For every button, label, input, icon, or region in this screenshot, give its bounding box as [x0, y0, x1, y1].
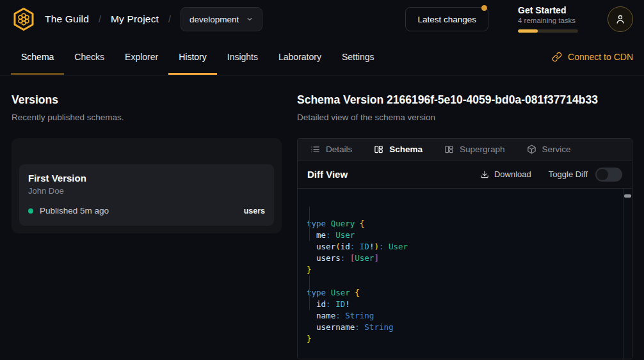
version-name: First Version: [28, 173, 265, 184]
detail-tab-label: Supergraph: [460, 145, 505, 154]
schema-version-section: Schema Version 2166196f-5e10-4059-bd0a-0…: [297, 93, 632, 359]
nav-tab-label: Laboratory: [278, 52, 321, 62]
versions-title: Versions: [12, 93, 282, 107]
diff-view-header: Diff View Download Toggle Diff: [298, 160, 632, 189]
code-line: type Query {: [307, 218, 616, 230]
nav-tab-schema[interactable]: Schema: [11, 38, 64, 75]
header-actions: Latest changes Get Started 4 remaining t…: [405, 6, 633, 33]
person-icon: [615, 13, 626, 25]
schema-version-title: Schema Version 2166196f-5e10-4059-bd0a-0…: [297, 93, 632, 107]
latest-changes-label: Latest changes: [417, 15, 476, 24]
primary-nav: SchemaChecksExplorerHistoryInsightsLabor…: [0, 38, 644, 75]
versions-section: Versions Recently published schemas. Fir…: [12, 93, 282, 359]
org-name[interactable]: The Guild: [45, 13, 89, 25]
nav-tab-label: Checks: [74, 52, 104, 62]
detail-tab-service[interactable]: Service: [527, 145, 571, 154]
get-started-widget[interactable]: Get Started 4 remaining tasks: [518, 6, 578, 33]
versions-card: First VersionJohn DoePublished 5m agouse…: [12, 138, 282, 233]
cube-icon: [527, 145, 536, 154]
code-line: username: String: [307, 322, 616, 333]
get-started-progress-track: [518, 29, 578, 33]
version-status: Published 5m ago: [40, 206, 109, 215]
detail-tab-label: Service: [542, 145, 571, 154]
code-line: user(id: ID!): User: [307, 241, 616, 253]
detail-tab-supergraph[interactable]: Supergraph: [444, 145, 505, 154]
code-line: users: [User]: [307, 253, 616, 264]
connect-to-cdn-link[interactable]: Connect to CDN: [552, 38, 633, 75]
toggle-diff-group: Toggle Diff: [549, 168, 622, 182]
chevron-down-icon: [246, 15, 254, 23]
nav-tab-checks[interactable]: Checks: [64, 38, 115, 75]
project-name[interactable]: My Project: [111, 13, 159, 25]
connect-to-cdn-label: Connect to CDN: [568, 52, 633, 62]
detail-tab-label: Details: [326, 145, 352, 154]
diff-view-actions: Download Toggle Diff: [480, 168, 622, 182]
code-line: me: User: [307, 230, 616, 241]
notification-dot: [481, 5, 487, 11]
code-line: id: ID!: [307, 299, 616, 310]
download-label: Download: [494, 169, 531, 179]
code-line: type User {: [307, 287, 616, 299]
nav-tab-label: Settings: [342, 52, 374, 62]
download-button[interactable]: Download: [480, 169, 531, 179]
link-icon: [552, 52, 562, 62]
environment-select[interactable]: development: [181, 7, 262, 31]
code-line: }: [307, 264, 616, 276]
code-scrollbar[interactable]: [623, 189, 632, 359]
toggle-knob: [597, 169, 608, 180]
active-tab-underline: [168, 73, 217, 75]
columns-icon: [374, 145, 383, 154]
columns-icon: [444, 145, 454, 154]
version-status-row: Published 5m agousers: [28, 206, 265, 215]
detail-tab-label: Schema: [389, 145, 423, 154]
code-line: }: [307, 333, 616, 345]
get-started-progress-fill: [518, 29, 538, 33]
schema-version-subtitle: Detailed view of the schema version: [297, 113, 632, 122]
code-line: [307, 276, 616, 287]
schema-code-viewer[interactable]: type Query { me: User user(id: ID!): Use…: [298, 189, 632, 359]
detail-tab-details[interactable]: Details: [310, 145, 352, 154]
main-content: Versions Recently published schemas. Fir…: [0, 75, 644, 359]
version-list-item[interactable]: First VersionJohn DoePublished 5m agouse…: [19, 164, 274, 226]
latest-changes-button[interactable]: Latest changes: [405, 7, 488, 31]
version-author: John Doe: [28, 186, 265, 196]
indent-guide: [309, 207, 310, 241]
user-avatar[interactable]: [608, 6, 633, 32]
nav-tab-label: Schema: [21, 52, 54, 62]
detail-tab-bar: DetailsSchemaSupergraphService: [298, 139, 632, 160]
nav-tab-insights[interactable]: Insights: [217, 38, 268, 75]
nav-tab-label: History: [179, 52, 207, 62]
toggle-diff-label: Toggle Diff: [549, 169, 588, 179]
diff-view-title: Diff View: [307, 169, 348, 180]
nav-tab-list: SchemaChecksExplorerHistoryInsightsLabor…: [11, 38, 385, 75]
section-tab-underline: [11, 73, 64, 75]
code-line: name: String: [307, 310, 616, 322]
indent-guide: [309, 276, 310, 310]
download-icon: [480, 170, 489, 179]
breadcrumb-separator: /: [99, 14, 101, 24]
list-icon: [310, 145, 320, 154]
breadcrumb: The Guild / My Project / development: [11, 6, 262, 32]
guild-logo-icon[interactable]: [11, 6, 36, 32]
nav-tab-laboratory[interactable]: Laboratory: [268, 38, 332, 75]
environment-value: development: [189, 15, 239, 24]
schema-version-panel: DetailsSchemaSupergraphService Diff View…: [297, 138, 632, 359]
get-started-title: Get Started: [518, 6, 578, 15]
get-started-subtitle: 4 remaining tasks: [518, 17, 578, 25]
nav-tab-settings[interactable]: Settings: [332, 38, 385, 75]
version-list: First VersionJohn DoePublished 5m agouse…: [19, 164, 274, 226]
code-scrollbar-thumb[interactable]: [624, 194, 631, 198]
nav-tab-label: Explorer: [125, 52, 158, 62]
published-status-icon: [28, 208, 33, 214]
code-lines: type Query { me: User user(id: ID!): Use…: [307, 218, 616, 345]
version-service-badge: users: [244, 207, 265, 215]
app-header: The Guild / My Project / development Lat…: [0, 0, 644, 38]
nav-tab-explorer[interactable]: Explorer: [115, 38, 168, 75]
detail-tab-schema[interactable]: Schema: [374, 145, 423, 154]
nav-tab-label: Insights: [227, 52, 258, 62]
toggle-diff-switch[interactable]: [595, 168, 622, 182]
breadcrumb-separator: /: [168, 14, 171, 24]
versions-subtitle: Recently published schemas.: [12, 113, 282, 122]
nav-tab-history[interactable]: History: [168, 38, 217, 75]
